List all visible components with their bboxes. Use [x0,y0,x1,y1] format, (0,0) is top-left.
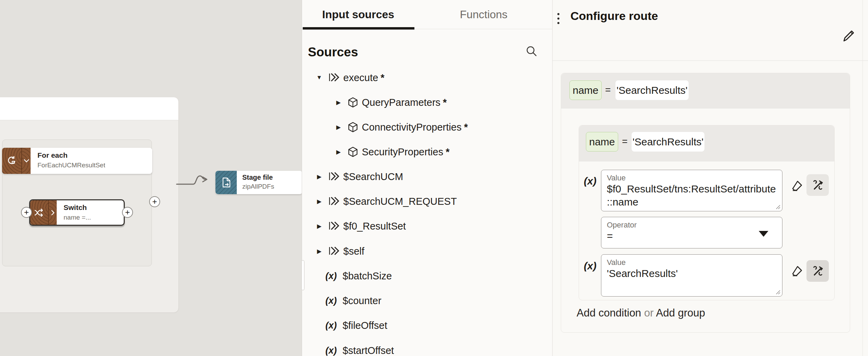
tree-item-batchsize[interactable]: (x)$batchSize [302,264,553,288]
sources-heading: Sources [308,45,358,59]
fx-badge-value2: (x) [584,260,597,272]
element-box-icon [347,122,359,133]
eraser-icon-value2[interactable] [786,260,808,282]
payload-message-icon [328,196,340,207]
condition-group-band: name = 'SearchResults' [579,125,834,162]
tree-item-execute[interactable]: ▼ execute* [302,65,553,90]
summary-field-chip[interactable]: name [569,80,602,100]
node-switch[interactable]: Switch name =... [29,199,125,226]
payload-message-icon [328,72,340,83]
kebab-menu-icon[interactable] [556,11,561,24]
stage-file-title: Stage file [242,174,274,181]
tree-item-label: $f0_ResultSet [343,221,406,232]
add-condition-link[interactable]: Add condition [577,307,641,319]
fx-variable-icon: (x) [325,271,337,281]
group-value-chip[interactable]: 'SearchResults' [632,132,704,152]
value2-textarea[interactable]: Value 'SearchResults' [601,254,782,297]
header-divider [553,60,868,61]
tree-item-label: ConnectivityProperties* [362,122,468,133]
value1-label: Value [607,174,777,182]
caret-right-icon[interactable]: ▶ [334,99,343,106]
summary-value-chip[interactable]: 'SearchResults' [615,80,689,100]
for-each-icon [2,148,21,174]
add-group-link[interactable]: Add group [656,307,705,319]
expression-builder-icon-value1[interactable] [806,174,829,196]
tree-item-label: execute* [343,72,385,84]
tree-item-label: $SearchUCM [343,171,403,182]
resize-handle-icon[interactable] [775,204,780,209]
fx-variable-icon: (x) [325,320,337,331]
edit-pencil-icon[interactable] [841,29,856,43]
tree-item-label: $counter [343,295,381,307]
payload-message-icon [328,221,340,232]
resize-handle-icon[interactable] [775,289,780,294]
tree-item-label: $self [343,246,364,257]
switch-expand-toggle[interactable] [48,200,57,225]
eraser-icon-value1[interactable] [786,175,808,197]
summary-operator: = [605,85,611,96]
configure-route-panel: Configure route name = 'SearchResults' n… [553,0,868,356]
tree-item-label: $fileOffset [343,320,387,331]
tree-item-queryparameters[interactable]: ▶ QueryParameters* [302,90,553,115]
value1-textarea[interactable]: Value $f0_ResultSet/tns:ResultSet/attrib… [601,170,782,211]
tree-item-self[interactable]: ▶ $self [302,239,553,264]
add-node-left-button[interactable]: + [21,207,32,218]
condition-group-card: name = 'SearchResults' (x) Value $f0_Res… [579,125,835,300]
stage-file-name: zipAllPDFs [242,183,274,190]
operator-select[interactable]: Operator = [601,217,782,248]
switch-title: Switch [64,203,91,212]
tree-item-label: SecurityProperties* [362,146,449,158]
tree-item-searchucm[interactable]: ▶ $SearchUCM [302,164,553,189]
required-marker: * [464,122,468,133]
expression-builder-icon-value2[interactable] [806,260,829,282]
switch-icon [30,200,48,225]
tree-item-securityproperties[interactable]: ▶ SecurityProperties* [302,140,553,164]
group-operator: = [622,136,627,147]
flow-canvas[interactable]: For each ForEachUCMResultSet Switch name… [0,0,302,356]
caret-right-icon[interactable]: ▶ [315,223,323,230]
sources-panel: Input sources Functions Sources ▼ execut… [302,0,553,356]
scope-card-header [0,97,179,120]
caret-right-icon[interactable]: ▶ [334,124,343,131]
fx-badge-value1: (x) [584,175,597,187]
flow-connector [176,171,214,190]
sources-tree: ▼ execute*▶ QueryParameters*▶ Connectivi… [302,65,553,356]
group-field-chip[interactable]: name [586,132,618,152]
tree-item-counter[interactable]: (x)$counter [302,288,553,313]
fx-variable-icon: (x) [325,345,337,356]
tree-item-connectivityproperties[interactable]: ▶ ConnectivityProperties* [302,115,553,140]
payload-message-icon [328,171,340,182]
required-marker: * [443,97,447,108]
caret-right-icon[interactable]: ▶ [315,198,323,205]
mapper-tabs: Input sources Functions [302,0,552,29]
tree-item-fileoffset[interactable]: (x)$fileOffset [302,313,553,338]
tree-item-f0-resultset[interactable]: ▶ $f0_ResultSet [302,214,553,238]
sources-scrollbar-thumb[interactable] [301,260,304,290]
operator-value: = [607,230,777,243]
caret-right-icon[interactable]: ▶ [315,248,323,255]
tab-functions[interactable]: Functions [414,0,553,29]
switch-subtitle: name =... [64,214,91,221]
tree-item-startoffset[interactable]: (x)$startOffset [302,338,553,356]
chevron-down-icon [759,231,768,237]
add-node-scope-button[interactable]: + [149,196,160,207]
node-for-each[interactable]: For each ForEachUCMResultSet [2,148,152,174]
add-node-right-button[interactable]: + [122,207,133,218]
tab-input-sources[interactable]: Input sources [302,0,414,29]
node-stage-file[interactable]: Stage file zipAllPDFs [215,171,302,194]
caret-right-icon[interactable]: ▶ [315,173,323,180]
caret-down-icon[interactable]: ▼ [315,74,323,81]
tree-item-searchucm-request[interactable]: ▶ $SearchUCM_REQUEST [302,189,553,214]
stage-file-icon [215,171,237,194]
value2-label: Value [607,258,777,267]
for-each-expand-toggle[interactable] [21,148,31,174]
or-text: or [644,307,656,319]
required-marker: * [381,72,385,83]
for-each-title: For each [37,151,105,159]
payload-message-icon [328,246,340,257]
route-panel-title: Configure route [570,9,658,23]
search-icon[interactable] [525,45,538,58]
route-summary-band: name = 'SearchResults' [561,73,850,109]
caret-right-icon[interactable]: ▶ [334,148,343,156]
fx-variable-icon: (x) [325,296,337,306]
